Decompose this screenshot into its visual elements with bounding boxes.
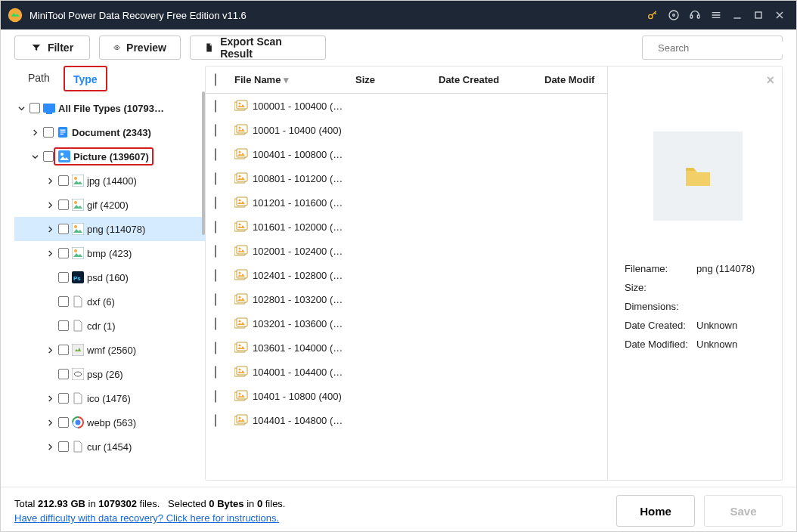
export-button[interactable]: Export Scan Result bbox=[190, 36, 326, 60]
tree-item[interactable]: cdr (1) bbox=[14, 314, 205, 338]
file-row[interactable]: 101201 - 101600 (… bbox=[206, 190, 607, 215]
checkbox[interactable] bbox=[215, 245, 216, 258]
tree-item[interactable]: Pspsd (160) bbox=[14, 265, 205, 289]
checkbox[interactable] bbox=[215, 269, 216, 282]
checkbox[interactable] bbox=[215, 124, 216, 137]
chevron-right-icon[interactable] bbox=[29, 129, 40, 136]
checkbox[interactable] bbox=[58, 320, 69, 331]
checkbox[interactable] bbox=[215, 366, 216, 379]
checkbox[interactable] bbox=[215, 317, 216, 330]
file-row[interactable]: 102001 - 102400 (… bbox=[206, 239, 607, 263]
chevron-right-icon[interactable] bbox=[45, 444, 55, 450]
checkbox[interactable] bbox=[29, 103, 40, 113]
file-row[interactable]: 104401 - 104800 (… bbox=[206, 408, 607, 432]
disc-icon[interactable] bbox=[663, 1, 684, 29]
file-row[interactable]: 100001 - 100400 (… bbox=[206, 94, 607, 118]
value-date-modified: Unknown bbox=[696, 339, 771, 350]
checkbox[interactable] bbox=[215, 196, 216, 209]
checkbox[interactable] bbox=[43, 127, 54, 138]
select-all-checkbox[interactable] bbox=[215, 73, 216, 86]
tree-item[interactable]: bmp (423) bbox=[14, 241, 205, 265]
checkbox[interactable] bbox=[58, 369, 69, 379]
tree-item[interactable]: psp (26) bbox=[14, 362, 205, 386]
col-date-created[interactable]: Date Created bbox=[439, 74, 544, 85]
tree-document[interactable]: Document (2343) bbox=[14, 120, 205, 144]
tree-item[interactable]: webp (563) bbox=[14, 410, 205, 435]
tree-root[interactable]: All File Types (10793… bbox=[14, 96, 205, 120]
checkbox[interactable] bbox=[215, 221, 216, 234]
checkbox[interactable] bbox=[215, 414, 216, 427]
file-row[interactable]: 10401 - 10800 (400) bbox=[206, 384, 607, 408]
maximize-icon[interactable] bbox=[748, 1, 769, 29]
file-row[interactable]: 102401 - 102800 (… bbox=[206, 263, 607, 287]
col-file-name[interactable]: File Name ▾ bbox=[234, 74, 355, 85]
file-row[interactable]: 102801 - 103200 (… bbox=[206, 287, 607, 311]
checkbox[interactable] bbox=[215, 172, 216, 185]
chevron-right-icon[interactable] bbox=[45, 395, 55, 402]
search-box[interactable] bbox=[642, 36, 783, 60]
checkbox[interactable] bbox=[215, 100, 216, 113]
preview-close-icon[interactable]: × bbox=[766, 73, 774, 88]
file-row[interactable]: 100801 - 101200 (… bbox=[206, 166, 607, 190]
menu-icon[interactable] bbox=[706, 1, 727, 29]
col-size[interactable]: Size bbox=[355, 74, 439, 85]
preview-button[interactable]: Preview bbox=[99, 36, 181, 60]
tree-scrollbar[interactable] bbox=[200, 91, 205, 481]
filter-button[interactable]: Filter bbox=[14, 36, 90, 60]
checkbox[interactable] bbox=[58, 417, 69, 428]
tree-item[interactable]: dxf (6) bbox=[14, 289, 205, 314]
chevron-down-icon[interactable] bbox=[16, 105, 26, 112]
chevron-right-icon[interactable] bbox=[45, 226, 55, 233]
checkbox[interactable] bbox=[215, 293, 216, 306]
col-file-name-label: File Name bbox=[234, 74, 281, 85]
chevron-right-icon[interactable] bbox=[45, 419, 55, 426]
chevron-right-icon[interactable] bbox=[45, 347, 55, 354]
tree-item[interactable]: wmf (2560) bbox=[14, 338, 205, 362]
checkbox[interactable] bbox=[58, 393, 69, 404]
checkbox[interactable] bbox=[58, 200, 69, 210]
file-row[interactable]: 101601 - 102000 (… bbox=[206, 215, 607, 239]
tree-picture[interactable]: Picture (139607) bbox=[14, 144, 205, 169]
svg-point-37 bbox=[239, 151, 241, 153]
checkbox[interactable] bbox=[58, 224, 69, 234]
chevron-right-icon[interactable] bbox=[45, 250, 55, 257]
file-row[interactable]: 103201 - 103600 (… bbox=[206, 311, 607, 336]
support-icon[interactable] bbox=[684, 1, 706, 29]
checkbox[interactable] bbox=[58, 441, 69, 452]
col-date-modified[interactable]: Date Modif bbox=[544, 74, 607, 85]
tree-item[interactable]: jpg (14400) bbox=[14, 169, 205, 193]
tree-item[interactable]: gif (4200) bbox=[14, 193, 205, 217]
file-name: 102401 - 102800 (… bbox=[253, 270, 607, 281]
checkbox[interactable] bbox=[215, 342, 216, 354]
filter-label: Filter bbox=[48, 42, 73, 54]
chevron-down-icon[interactable] bbox=[29, 153, 40, 160]
close-icon[interactable] bbox=[769, 1, 790, 29]
checkbox[interactable] bbox=[58, 296, 69, 307]
file-row[interactable]: 100401 - 100800 (… bbox=[206, 142, 607, 166]
checkbox[interactable] bbox=[58, 175, 69, 186]
home-button[interactable]: Home bbox=[616, 495, 695, 527]
tree-item[interactable]: ico (1476) bbox=[14, 386, 205, 410]
svg-rect-21 bbox=[72, 247, 84, 259]
checkbox[interactable] bbox=[215, 390, 216, 403]
upgrade-key-icon[interactable] bbox=[642, 1, 663, 29]
checkbox[interactable] bbox=[58, 345, 69, 355]
tab-type[interactable]: Type bbox=[64, 66, 107, 91]
search-input[interactable] bbox=[656, 42, 786, 54]
tree-item[interactable]: cur (1454) bbox=[14, 435, 205, 459]
tree-item[interactable]: png (114078) bbox=[14, 217, 205, 241]
filetype-icon bbox=[72, 368, 84, 380]
file-row[interactable]: 10001 - 10400 (400) bbox=[206, 118, 607, 142]
minimize-icon[interactable] bbox=[727, 1, 748, 29]
file-row[interactable]: 103601 - 104000 (… bbox=[206, 336, 607, 360]
help-link[interactable]: Have difficulty with data recovery? Clic… bbox=[14, 512, 285, 524]
chevron-right-icon[interactable] bbox=[45, 178, 55, 184]
file-row[interactable]: 104001 - 104400 (… bbox=[206, 360, 607, 384]
checkbox[interactable] bbox=[58, 272, 69, 283]
tab-path[interactable]: Path bbox=[14, 66, 64, 91]
save-button[interactable]: Save bbox=[704, 495, 783, 527]
checkbox[interactable] bbox=[215, 148, 216, 161]
chevron-right-icon[interactable] bbox=[45, 202, 55, 209]
checkbox[interactable] bbox=[43, 151, 54, 162]
checkbox[interactable] bbox=[58, 248, 69, 258]
